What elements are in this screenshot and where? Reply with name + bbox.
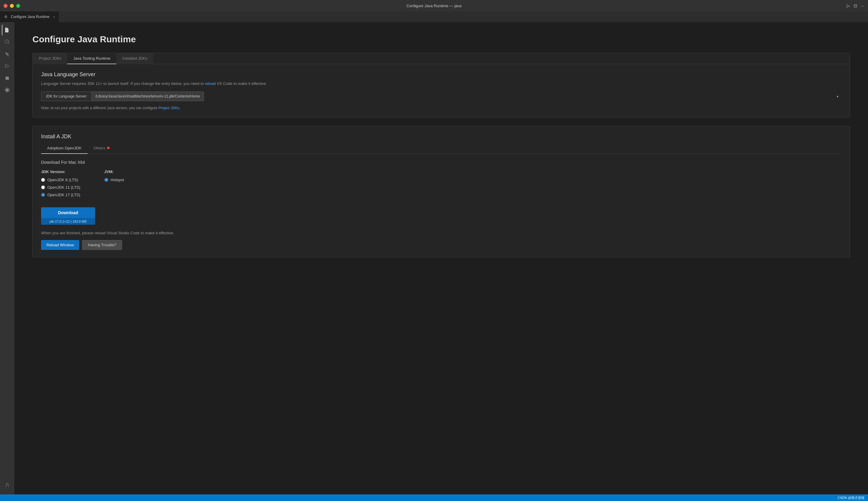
jls-description: Language Server requires JDK 11+ to laun… — [41, 81, 841, 87]
jdk-options: JDK Version: OpenJDK 8 (LTS) OpenJDK 11 … — [41, 170, 841, 200]
finished-text: When you are finished, please reload Vis… — [41, 231, 841, 235]
tab-close-icon[interactable]: × — [53, 15, 55, 19]
sub-tabs: Adoptium OpenJDK Others — [41, 143, 841, 154]
sub-tab-others[interactable]: Others — [88, 143, 116, 154]
jdk-version-11[interactable]: OpenJDK 11 (LTS) — [41, 185, 80, 190]
sidebar-item-remote[interactable] — [2, 85, 13, 95]
sidebar-item-extensions[interactable] — [2, 73, 13, 83]
jdk-version-8[interactable]: OpenJDK 8 (LTS) — [41, 178, 80, 182]
tooling-runtime-body: Java Language Server Language Server req… — [33, 64, 850, 117]
jdk-version-11-radio[interactable] — [41, 185, 45, 189]
dropdown-label: JDK for Language Server: — [41, 92, 91, 101]
traffic-lights — [3, 4, 20, 8]
jdk-section-card: Project JDKs Java Tooling Runtime Instal… — [32, 53, 850, 118]
jdk-language-server-select[interactable]: /Library/Java/JavaVirtualMachines/temuri… — [91, 92, 204, 101]
download-button-sub: jdk-17.0.1+12 | 183.9 MB — [41, 218, 95, 225]
run-icon[interactable]: ▷ — [847, 3, 850, 8]
jvm-hotspot[interactable]: Hotspot — [105, 178, 124, 182]
download-button-label: Download — [41, 207, 95, 218]
sidebar — [0, 22, 14, 494]
tab-installed-jdks[interactable]: Installed JDKs — [116, 53, 153, 64]
jdk-version-17-radio[interactable] — [41, 193, 45, 197]
sidebar-item-source-control[interactable] — [2, 49, 13, 60]
tab-icon: ⚙ — [4, 15, 8, 19]
dropdown-wrapper: /Library/Java/JavaVirtualMachines/temuri… — [91, 92, 841, 101]
others-badge — [107, 147, 109, 149]
jvm-hotspot-radio[interactable] — [105, 178, 108, 182]
tab-label: Configure Java Runtime — [11, 15, 50, 19]
status-bar-text: CSDN @我才是喵 — [838, 495, 865, 500]
jdk-version-group: JDK Version: OpenJDK 8 (LTS) OpenJDK 11 … — [41, 170, 80, 200]
close-button[interactable] — [3, 4, 8, 8]
jdk-version-17-label: OpenJDK 17 (LTS) — [47, 193, 80, 197]
jdk-version-8-radio[interactable] — [41, 178, 45, 182]
sub-tab-body: Download For Mac X64 JDK Version: OpenJD… — [41, 154, 841, 250]
reload-window-button[interactable]: Reload Window — [41, 240, 79, 250]
main-layout: Configure Java Runtime Project JDKs Java… — [0, 22, 868, 494]
reload-link[interactable]: reload — [205, 81, 216, 86]
page-title: Configure Java Runtime — [32, 34, 850, 44]
top-tabs: Project JDKs Java Tooling Runtime Instal… — [33, 53, 850, 64]
status-bar: CSDN @我才是喵 — [0, 494, 868, 501]
jdk-version-17[interactable]: OpenJDK 17 (LTS) — [41, 193, 80, 197]
jls-heading: Java Language Server — [41, 72, 841, 78]
title-right-actions: ▷ ⊡ ··· — [847, 3, 865, 8]
maximize-button[interactable] — [16, 4, 20, 8]
sidebar-item-run[interactable] — [2, 61, 13, 72]
sidebar-item-search[interactable] — [2, 36, 13, 47]
jvm-label: JVM: — [105, 170, 124, 174]
download-title: Download For Mac X64 — [41, 160, 841, 165]
install-jdk-heading: Install A JDK — [41, 134, 841, 140]
jvm-hotspot-label: Hotspot — [111, 178, 124, 182]
action-buttons: Reload Window Having Trouble? — [41, 240, 841, 250]
minimize-button[interactable] — [10, 4, 14, 8]
split-editor-icon[interactable]: ⊡ — [854, 3, 857, 8]
sidebar-bottom — [2, 480, 13, 494]
title-bar: Configure Java Runtime — java ▷ ⊡ ··· — [0, 0, 868, 11]
having-trouble-button[interactable]: Having Trouble? — [82, 240, 122, 250]
content-area: Configure Java Runtime Project JDKs Java… — [14, 22, 868, 494]
jdk-version-8-label: OpenJDK 8 (LTS) — [47, 178, 78, 182]
project-jdks-link[interactable]: Project JDKs — [158, 106, 179, 110]
more-actions-icon[interactable]: ··· — [861, 3, 865, 8]
tab-java-tooling-runtime[interactable]: Java Tooling Runtime — [67, 53, 116, 64]
jvm-group: JVM: Hotspot — [105, 170, 124, 200]
tab-bar: ⚙ Configure Java Runtime × — [0, 11, 868, 22]
jdk-version-11-label: OpenJDK 11 (LTS) — [47, 185, 80, 190]
sidebar-item-testing[interactable] — [2, 480, 13, 491]
window-title: Configure Java Runtime — java — [406, 3, 462, 8]
note-text: Note: to run your projects with a differ… — [41, 106, 841, 110]
tab-project-jdks[interactable]: Project JDKs — [33, 53, 67, 64]
install-jdk-card: Install A JDK Adoptium OpenJDK Others Do… — [32, 126, 850, 257]
jdk-version-label: JDK Version: — [41, 170, 80, 174]
chevron-down-icon: ▾ — [837, 95, 838, 98]
sidebar-item-explorer[interactable] — [2, 24, 13, 35]
install-jdk-body: Install A JDK Adoptium OpenJDK Others Do… — [33, 126, 850, 257]
download-button[interactable]: Download jdk-17.0.1+12 | 183.9 MB — [41, 207, 95, 225]
sub-tab-adoptium[interactable]: Adoptium OpenJDK — [41, 143, 88, 154]
editor-tab[interactable]: ⚙ Configure Java Runtime × — [0, 11, 59, 22]
jdk-dropdown-row: JDK for Language Server: /Library/Java/J… — [41, 92, 841, 101]
